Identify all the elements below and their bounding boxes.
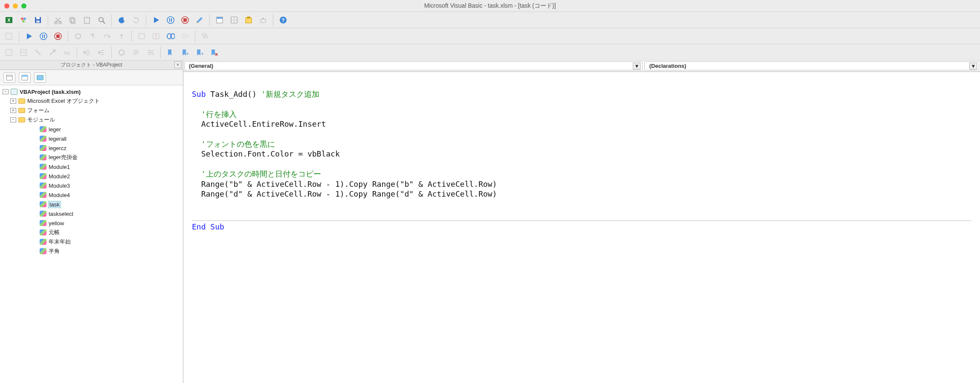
next-bookmark-button[interactable]	[179, 46, 191, 59]
save-button[interactable]	[32, 14, 44, 26]
call-stack-button[interactable]	[199, 30, 212, 43]
tree-module-label: Module2	[49, 173, 70, 180]
project-tree[interactable]: −VBAProject (task.xlsm) +Microsoft Excel…	[0, 85, 183, 383]
minimize-window-button[interactable]	[13, 3, 18, 9]
paste-button[interactable]	[81, 14, 93, 26]
cut-button[interactable]	[52, 14, 64, 26]
tree-module-item[interactable]: Module3	[0, 181, 183, 190]
tree-module-item[interactable]: Module1	[0, 162, 183, 171]
watch-window-button[interactable]	[164, 30, 177, 43]
toggle-folders-button[interactable]	[34, 73, 46, 83]
close-window-button[interactable]	[4, 3, 9, 9]
toggle-bookmark-button[interactable]	[164, 46, 177, 59]
locals-window-button[interactable]	[135, 30, 148, 43]
step-out-button[interactable]	[115, 30, 128, 43]
object-dropdown-value: (General)	[189, 63, 213, 69]
previous-bookmark-button[interactable]	[193, 46, 206, 59]
step-over-button[interactable]	[101, 30, 113, 43]
object-dropdown[interactable]: (General)▾	[184, 61, 643, 70]
insert-userform-button[interactable]	[17, 14, 30, 26]
tree-module-label: leger	[49, 126, 61, 133]
tree-root-label: VBAProject (task.xlsm)	[20, 89, 81, 95]
uncomment-block-button[interactable]	[144, 46, 157, 59]
tree-folder-label: フォーム	[27, 107, 49, 114]
view-code-button[interactable]	[3, 73, 15, 83]
toolbox-button[interactable]	[257, 14, 270, 26]
list-constants-button[interactable]	[17, 46, 30, 59]
complete-word-button[interactable]: A±	[61, 46, 73, 59]
toggle-breakpoint-button[interactable]	[72, 30, 84, 43]
view-object-button[interactable]	[19, 73, 31, 83]
close-panel-button[interactable]: ×	[174, 61, 181, 68]
break-button[interactable]	[164, 14, 177, 26]
tree-module-item[interactable]: Module2	[0, 171, 183, 181]
design-mode-button[interactable]	[193, 14, 206, 26]
tree-module-item[interactable]: legercz	[0, 143, 183, 153]
quick-info-button[interactable]	[32, 46, 44, 59]
tree-module-item[interactable]: yellow	[0, 218, 183, 228]
tree-module-label: 元帳	[49, 229, 60, 236]
chevron-down-icon: ▾	[633, 63, 641, 70]
chevron-down-icon: ▾	[969, 63, 977, 70]
compile-button[interactable]	[3, 30, 15, 43]
project-explorer-header: プロジェクト - VBAProject ×	[0, 61, 183, 70]
svg-rect-30	[44, 35, 45, 38]
code-text: Selection.Font.Color = vbBlack	[201, 149, 340, 158]
parameter-info-button[interactable]	[46, 46, 59, 59]
svg-rect-17	[171, 18, 172, 22]
code-text: Range("b" & ActiveCell.Row - 1).Copy Ran…	[201, 180, 497, 189]
tree-module-item[interactable]: taskselect	[0, 209, 183, 218]
immediate-window-button[interactable]: !	[150, 30, 162, 43]
procedure-dropdown[interactable]: (Declarations)▾	[644, 61, 979, 70]
redo-button[interactable]	[130, 14, 142, 26]
tree-folder-forms[interactable]: +フォーム	[0, 106, 183, 115]
tree-module-label: Module4	[49, 192, 70, 198]
code-editor[interactable]: Sub Task_Add() '新規タスク追加 '行を挿入 ActiveCell…	[183, 72, 980, 383]
project-explorer-button[interactable]	[213, 14, 226, 26]
project-explorer-panel: プロジェクト - VBAProject × −VBAProject (task.…	[0, 61, 183, 383]
titlebar: Microsoft Visual Basic - task.xlsm - [ta…	[0, 0, 980, 12]
tree-module-item[interactable]: legerall	[0, 134, 183, 143]
tree-module-item[interactable]: 元帳	[0, 228, 183, 237]
project-explorer-toolbar	[0, 70, 183, 85]
tree-module-item[interactable]: Module4	[0, 190, 183, 200]
tree-module-label: yellow	[49, 220, 64, 226]
run-button-2[interactable]	[23, 30, 35, 43]
copy-button[interactable]	[66, 14, 79, 26]
reset-button[interactable]	[179, 14, 191, 26]
tree-module-item[interactable]: leger	[0, 125, 183, 134]
tree-folder-excel-objects[interactable]: +Microsoft Excel オブジェクト	[0, 96, 183, 106]
tree-module-item[interactable]: task	[0, 200, 183, 209]
svg-rect-12	[84, 17, 90, 23]
svg-rect-13	[86, 17, 88, 18]
tree-module-item[interactable]: 年末年始	[0, 237, 183, 247]
object-browser-button[interactable]	[242, 14, 255, 26]
pause-button-2[interactable]	[37, 30, 50, 43]
list-properties-button[interactable]	[3, 46, 15, 59]
zoom-window-button[interactable]	[21, 3, 26, 9]
toggle-breakpoint-edit-button[interactable]	[115, 46, 128, 59]
svg-rect-19	[183, 18, 187, 22]
indent-button[interactable]	[81, 46, 93, 59]
svg-text:?: ?	[281, 17, 285, 23]
svg-rect-10	[70, 17, 74, 22]
undo-button[interactable]	[115, 14, 128, 26]
run-sub-button[interactable]	[150, 14, 162, 26]
find-button[interactable]	[95, 14, 108, 26]
comment-block-button[interactable]	[130, 46, 142, 59]
step-into-button[interactable]	[86, 30, 99, 43]
clear-bookmarks-button[interactable]	[208, 46, 220, 59]
tree-folder-modules[interactable]: −モジュール	[0, 115, 183, 125]
quick-watch-button[interactable]	[179, 30, 191, 43]
outdent-button[interactable]	[95, 46, 108, 59]
tree-module-item[interactable]: 半角	[0, 247, 183, 256]
excel-icon[interactable]: X	[3, 14, 15, 26]
svg-text:A±: A±	[64, 50, 70, 56]
properties-window-button[interactable]	[228, 14, 241, 26]
tree-module-label: Module3	[49, 183, 70, 189]
svg-point-33	[75, 34, 81, 39]
stop-button-2[interactable]	[52, 30, 64, 43]
help-button[interactable]: ?	[277, 14, 290, 26]
tree-module-item[interactable]: leger売掛金	[0, 153, 183, 162]
tree-root[interactable]: −VBAProject (task.xlsm)	[0, 87, 183, 96]
